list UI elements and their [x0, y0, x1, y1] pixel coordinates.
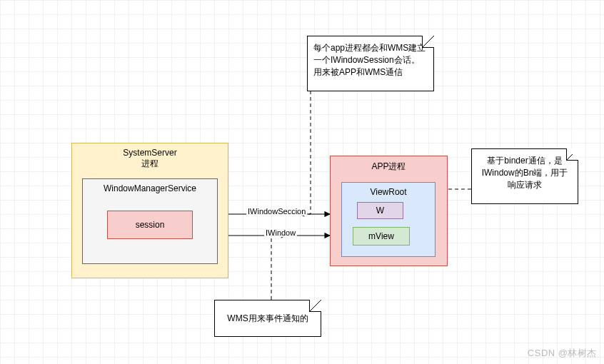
wms-title: WindowManagerService — [104, 183, 196, 193]
edge-label-iwindowsession: IWindowSeccion — [246, 207, 307, 216]
note-bottom: WMS用来事件通知的 — [214, 300, 321, 337]
systemserver-title: SystemServer 进程 — [123, 148, 176, 170]
watermark: CSDN @林树杰 — [528, 347, 597, 360]
w-label: W — [376, 206, 384, 216]
session-box: session — [107, 211, 193, 239]
edge-label-iwindow: IWindow — [264, 228, 297, 237]
note-right-text: 基于binder通信，是IWindow的Bn端，用于响应请求 — [482, 156, 568, 190]
app-process-title: APP进程 — [371, 161, 406, 173]
w-box: W — [357, 202, 403, 219]
note-bottom-text: WMS用来事件通知的 — [227, 313, 308, 325]
viewroot-box: ViewRoot — [341, 182, 436, 257]
mview-label: mView — [368, 231, 394, 241]
session-label: session — [136, 220, 165, 230]
note-right: 基于binder通信，是IWindow的Bn端，用于响应请求 — [471, 148, 578, 204]
note-top: 每个app进程都会和WMS建立一个IWindowSession会话。用来被APP… — [307, 36, 434, 91]
mview-box: mView — [353, 227, 410, 246]
viewroot-title: ViewRoot — [370, 187, 406, 197]
note-top-text: 每个app进程都会和WMS建立一个IWindowSession会话。用来被APP… — [313, 43, 426, 77]
